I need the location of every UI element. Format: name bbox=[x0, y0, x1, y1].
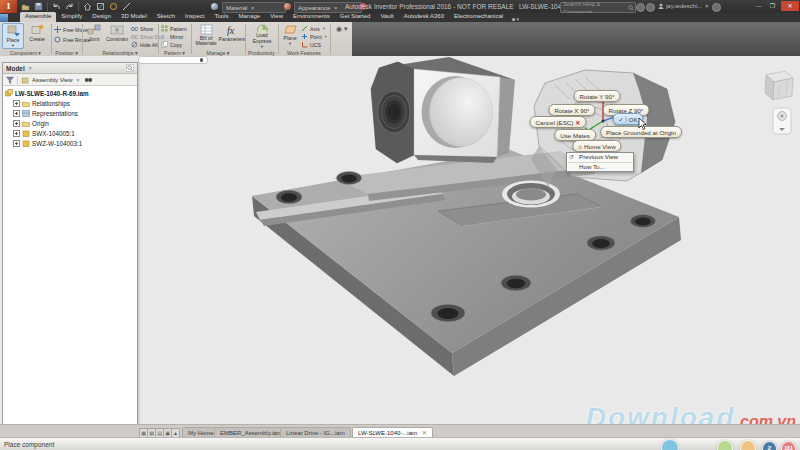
point-button[interactable]: Point ▼ bbox=[301, 33, 328, 40]
tab-sketch[interactable]: Sketch bbox=[152, 12, 180, 22]
tab-assemble[interactable]: Assemble bbox=[20, 12, 56, 22]
expand-icon[interactable] bbox=[13, 110, 20, 117]
expand-icon[interactable] bbox=[13, 130, 20, 137]
plane-button[interactable]: Plane ▼ bbox=[281, 23, 299, 49]
productivity-group-label[interactable]: Productivity bbox=[245, 50, 278, 56]
undo-icon[interactable] bbox=[52, 2, 61, 11]
parameters-button[interactable]: fx Parameters bbox=[220, 23, 244, 49]
tab-manage[interactable]: Manage bbox=[233, 12, 265, 22]
axis-button[interactable]: Axis ▼ bbox=[301, 25, 326, 32]
tree-item-component-1[interactable]: SWX-104005:1 bbox=[5, 128, 137, 138]
show-sick-icon bbox=[131, 33, 138, 40]
chevron-down-icon: ▼ bbox=[76, 77, 81, 83]
load-express-button[interactable]: Load Express ▼ bbox=[248, 23, 276, 49]
file-menu-icon[interactable] bbox=[0, 14, 8, 22]
tab-electromechanical[interactable]: Electromechanical bbox=[449, 12, 508, 22]
tab-autodesk-a360[interactable]: Autodesk A360 bbox=[399, 12, 449, 22]
view-mode-selector[interactable]: Assembly View bbox=[32, 77, 73, 83]
expand-icon[interactable] bbox=[13, 100, 20, 107]
share-icon-blue[interactable] bbox=[661, 439, 679, 450]
expand-icon[interactable] bbox=[13, 120, 20, 127]
tab-view[interactable]: View bbox=[265, 12, 288, 22]
update-icon[interactable] bbox=[109, 2, 118, 11]
manage-group-label[interactable]: Manage ▾ bbox=[191, 50, 245, 56]
ucs-button[interactable]: UCS bbox=[301, 41, 321, 48]
material-ball-icon bbox=[211, 3, 218, 10]
position-group-label[interactable]: Position ▾ bbox=[51, 50, 82, 56]
tree-root-node[interactable]: LW-SLWE-1040-R-69.iam bbox=[5, 88, 137, 98]
assembly-view-icon[interactable] bbox=[21, 76, 29, 84]
show-button[interactable]: Show bbox=[131, 25, 153, 32]
tab-tools[interactable]: Tools bbox=[209, 12, 233, 22]
tab-3d-model[interactable]: 3D Model bbox=[116, 12, 152, 22]
search-icon bbox=[628, 5, 633, 11]
view-cube[interactable] bbox=[765, 71, 793, 100]
find-icon[interactable] bbox=[84, 76, 93, 84]
filter-icon[interactable] bbox=[6, 76, 14, 84]
tree-item-origin[interactable]: Origin bbox=[5, 118, 137, 128]
pattern-group-label[interactable]: Pattern ▾ bbox=[158, 50, 191, 56]
sketch-icon[interactable] bbox=[96, 2, 105, 11]
share-badge-2[interactable]: 181 bbox=[781, 441, 796, 450]
expand-icon[interactable] bbox=[13, 140, 20, 147]
home-view-button[interactable]: ⌂ Home View bbox=[572, 140, 621, 152]
inventor-logo[interactable]: I bbox=[0, 0, 17, 13]
open-icon[interactable] bbox=[21, 2, 30, 11]
component-group-label[interactable]: Component ▾ bbox=[0, 50, 51, 56]
tab-design[interactable]: Design bbox=[87, 12, 116, 22]
show-sick-button[interactable]: Show Sick bbox=[131, 33, 164, 40]
search-input[interactable]: Search Help & Commands... bbox=[560, 2, 636, 13]
restore-button[interactable]: ❐ bbox=[766, 1, 779, 11]
tab-environments[interactable]: Environments bbox=[288, 12, 335, 22]
share-icon-orange[interactable] bbox=[740, 440, 756, 450]
tab-simplify[interactable]: Simplify bbox=[56, 12, 87, 22]
part-icon bbox=[22, 140, 30, 147]
model-panel-header[interactable]: Model ▼ bbox=[3, 63, 137, 74]
tree-item-relationships[interactable]: Relationships bbox=[5, 98, 137, 108]
appearance-wheel-icon[interactable]: ◉ ▾ bbox=[336, 25, 348, 33]
rotate-x-button[interactable]: Rotate X 90° bbox=[548, 104, 595, 116]
work-features-group-label: Work Features bbox=[278, 50, 330, 56]
redo-icon[interactable] bbox=[65, 2, 74, 11]
pattern-button[interactable]: Pattern bbox=[161, 25, 187, 32]
save-icon[interactable] bbox=[34, 2, 43, 11]
sign-in-icon[interactable] bbox=[636, 3, 645, 12]
share-badge-1[interactable]: 2 bbox=[762, 441, 777, 450]
constrain-button[interactable]: Constrain bbox=[105, 23, 129, 49]
minimize-button[interactable]: — bbox=[752, 1, 765, 11]
quick-access-toolbar bbox=[21, 1, 131, 12]
create-button[interactable]: Create bbox=[26, 23, 48, 49]
tree-item-component-2[interactable]: SWZ-W-104003:1 bbox=[5, 138, 137, 148]
cube-part[interactable] bbox=[371, 57, 515, 163]
help-icon[interactable] bbox=[712, 3, 721, 12]
mirror-button[interactable]: Mirror bbox=[161, 33, 184, 40]
tab-inspect[interactable]: Inspect bbox=[180, 12, 209, 22]
relationships-group-label[interactable]: Relationships ▾ bbox=[82, 50, 158, 56]
ribbon-slider[interactable] bbox=[138, 56, 208, 64]
tab-get-started[interactable]: Get Started bbox=[335, 12, 376, 22]
share-icon-green[interactable] bbox=[717, 440, 733, 450]
tab-vault[interactable]: Vault bbox=[375, 12, 398, 22]
cancel-button[interactable]: Cancel (ESC) ✕ bbox=[529, 116, 586, 128]
close-button[interactable]: ✕ bbox=[781, 1, 799, 11]
appearance-ball-icon bbox=[284, 3, 291, 10]
notification-icon[interactable] bbox=[646, 3, 655, 12]
measure-icon[interactable] bbox=[122, 2, 131, 11]
user-account[interactable]: jay.tedeschi... ▼ bbox=[658, 3, 709, 9]
previous-view-item[interactable]: ↺ Previous View bbox=[567, 153, 633, 162]
toolbar-separator bbox=[17, 76, 18, 84]
hide-all-button[interactable]: Hide All bbox=[131, 41, 158, 48]
tree-item-representations[interactable]: Representations bbox=[5, 108, 137, 118]
how-to-item[interactable]: How To... bbox=[567, 163, 633, 172]
place-icon bbox=[6, 25, 20, 37]
browser-search-icon[interactable] bbox=[126, 64, 134, 72]
close-tab-icon[interactable]: ✕ bbox=[422, 430, 427, 436]
place-button[interactable]: Place ▼ bbox=[2, 23, 24, 49]
qat-separator bbox=[78, 2, 79, 11]
home-view-icon[interactable] bbox=[83, 2, 92, 11]
joint-button[interactable]: Joint bbox=[84, 23, 104, 49]
rotate-y-button[interactable]: Rotate Y 90° bbox=[574, 90, 621, 102]
bill-of-materials-button[interactable]: Bill of Materials bbox=[193, 23, 219, 49]
navigation-bar[interactable] bbox=[773, 108, 791, 134]
copy-button[interactable]: Copy bbox=[161, 41, 182, 48]
